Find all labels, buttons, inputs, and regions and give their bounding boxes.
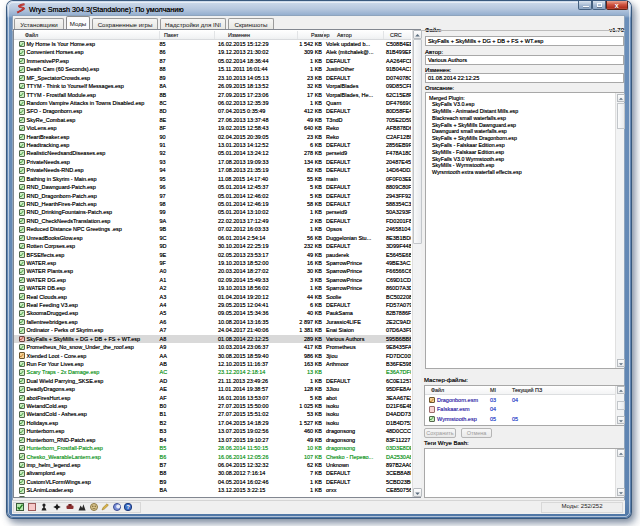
svg-text:?: ? bbox=[126, 504, 130, 510]
